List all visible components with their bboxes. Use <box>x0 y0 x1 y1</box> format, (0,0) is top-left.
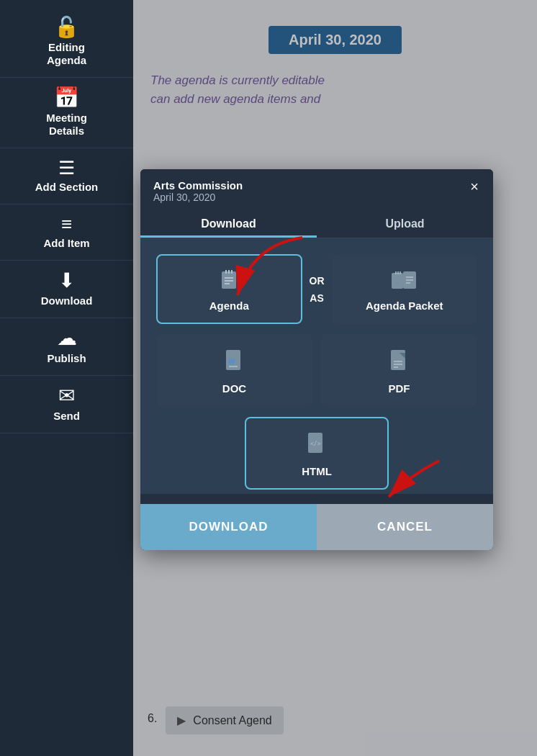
cancel-button[interactable]: CANCEL <box>317 504 493 550</box>
sidebar-item-meeting-details[interactable]: 📅 MeetingDetails <box>0 78 133 148</box>
svg-text:</>: </> <box>310 441 321 447</box>
format-agenda-packet-button[interactable]: Agenda Packet <box>332 254 478 324</box>
format-pdf-button[interactable]: PDF <box>321 334 477 407</box>
format-doc-button[interactable]: W DOC <box>156 334 312 407</box>
close-button[interactable]: × <box>469 179 480 194</box>
modal-tabs: Download Upload <box>140 210 493 238</box>
doc-icon: W <box>165 348 304 378</box>
publish-icon: ☁ <box>57 328 77 348</box>
download-button[interactable]: DOWNLOAD <box>140 504 317 550</box>
download-modal: Arts Commission April 30, 2020 × Downloa… <box>140 169 493 550</box>
modal-org: Arts Commission <box>153 179 243 192</box>
pdf-icon <box>330 348 469 378</box>
sidebar-item-send[interactable]: ✉ Send <box>0 376 133 433</box>
agenda-packet-icon <box>340 269 469 295</box>
format-row2: W DOC PDF <box>152 330 482 411</box>
sidebar: 🔓 Editing Agenda 📅 MeetingDetails ☰ Add … <box>0 0 133 756</box>
modal-date: April 30, 2020 <box>153 192 243 203</box>
list-icon: ☰ <box>58 158 75 177</box>
modal-body: Agenda OR AS Agenda Packet <box>140 238 493 494</box>
sidebar-item-download[interactable]: ⬇ Download <box>0 261 133 318</box>
tab-upload[interactable]: Upload <box>317 210 493 238</box>
sidebar-item-label: Download <box>41 294 93 307</box>
html-icon: </> <box>253 431 380 461</box>
download-icon: ⬇ <box>58 271 75 291</box>
doc-label: DOC <box>222 382 246 395</box>
sidebar-item-publish[interactable]: ☁ Publish <box>0 318 133 376</box>
pdf-label: PDF <box>389 382 410 395</box>
sidebar-item-label: Add Item <box>43 237 89 250</box>
agenda-icon <box>165 269 294 295</box>
tab-download[interactable]: Download <box>140 210 317 238</box>
sidebar-item-label: Send <box>53 410 80 423</box>
modal-footer: DOWNLOAD CANCEL <box>140 504 493 550</box>
agenda-packet-label: Agenda Packet <box>366 300 443 312</box>
format-agenda-button[interactable]: Agenda <box>156 254 302 324</box>
lock-open-icon: 🔓 <box>54 17 79 37</box>
sidebar-item-label: Publish <box>47 352 86 365</box>
sidebar-item-label: Editing Agenda <box>47 41 86 67</box>
modal-header: Arts Commission April 30, 2020 × <box>140 169 493 210</box>
list-add-icon: ≡ <box>61 215 72 233</box>
sidebar-item-add-section[interactable]: ☰ Add Section <box>0 148 133 204</box>
svg-rect-4 <box>392 273 403 289</box>
sidebar-item-label: MeetingDetails <box>46 112 87 138</box>
or-as-separator: OR AS <box>307 275 328 304</box>
agenda-label: Agenda <box>209 300 249 312</box>
modal-title-block: Arts Commission April 30, 2020 <box>153 179 243 203</box>
format-html-button[interactable]: </> HTML <box>245 417 389 490</box>
svg-text:W: W <box>228 358 235 366</box>
html-label: HTML <box>302 465 332 477</box>
sidebar-item-add-item[interactable]: ≡ Add Item <box>0 204 133 261</box>
sidebar-item-editing-agenda[interactable]: 🔓 Editing Agenda <box>0 7 133 78</box>
format-row3: </> HTML <box>152 413 482 494</box>
send-icon: ✉ <box>58 386 75 406</box>
sidebar-item-label: Add Section <box>35 181 99 194</box>
calendar-icon: 📅 <box>54 88 79 108</box>
